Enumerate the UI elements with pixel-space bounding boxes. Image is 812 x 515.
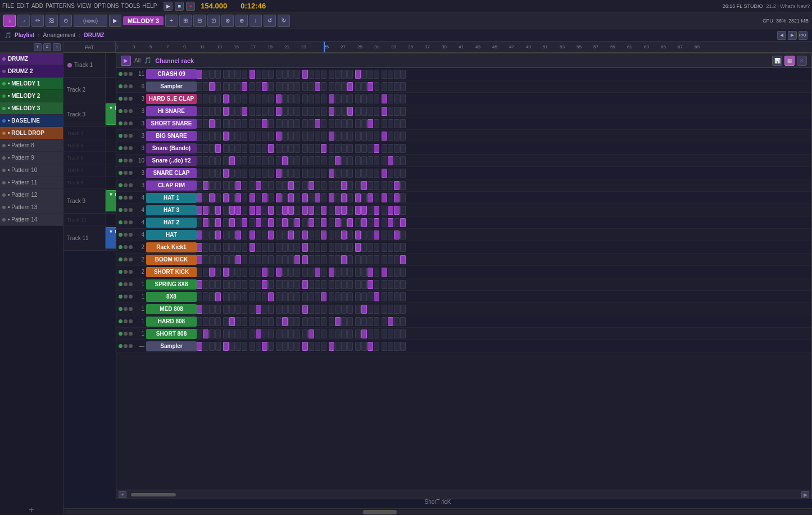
step-steps-med808-11[interactable] (268, 305, 274, 314)
step-steps-short808-15[interactable] (294, 329, 300, 338)
step-steps-sampler2-12[interactable] (276, 342, 282, 351)
step-steps-crash09-18[interactable] (315, 70, 320, 79)
step-steps-shortkick-14[interactable] (288, 268, 294, 277)
step-steps-short808-17[interactable] (309, 329, 314, 338)
step-steps-hat3-20[interactable] (329, 206, 334, 215)
step-steps-snareclap-31[interactable] (400, 169, 406, 178)
ch-dot-green-crash09[interactable] (119, 72, 123, 76)
channel-row-sampler2[interactable]: — Sampler (116, 340, 811, 353)
step-steps-claprim-3[interactable] (215, 181, 221, 190)
step-steps-snareclap-16[interactable] (302, 169, 308, 178)
ch-name-hat[interactable]: HAT (146, 230, 197, 240)
step-steps-snareclap-12[interactable] (276, 169, 282, 178)
tool-btn-grid4[interactable]: ⊗ (221, 15, 234, 27)
step-steps-claprim-18[interactable] (315, 181, 320, 190)
step-steps-sampler2-8[interactable] (250, 342, 255, 351)
step-steps-crash09-22[interactable] (341, 70, 347, 79)
step-steps-hat-25[interactable] (361, 231, 367, 240)
step-steps-med808-13[interactable] (282, 305, 288, 314)
step-steps-snarebando-10[interactable] (262, 144, 267, 153)
step-steps-snarebando-15[interactable] (294, 144, 300, 153)
step-steps-hat-6[interactable] (235, 231, 241, 240)
step-steps-claprim-2[interactable] (209, 181, 215, 190)
step-steps-hard808-7[interactable] (242, 317, 247, 326)
step-steps-hisnare-2[interactable] (209, 107, 215, 116)
step-steps-hat-21[interactable] (335, 231, 341, 240)
step-steps-shortsnare-3[interactable] (215, 119, 221, 128)
step-steps-sampler2-10[interactable] (262, 342, 267, 351)
step-steps-hat-27[interactable] (374, 231, 379, 240)
tool-btn-plus[interactable]: + (165, 15, 178, 27)
step-steps-snarebando-0[interactable] (197, 144, 202, 153)
step-steps-hard808-23[interactable] (347, 317, 353, 326)
playlist-btn-1[interactable]: ◀ (777, 31, 786, 40)
step-steps-claprim-26[interactable] (368, 181, 373, 190)
step-steps-crash09-14[interactable] (288, 70, 294, 79)
step-steps-hat1-13[interactable] (282, 193, 288, 202)
step-steps-8x8-4[interactable] (223, 292, 229, 301)
step-steps-hisnare-28[interactable] (382, 107, 387, 116)
step-steps-hat1-22[interactable] (341, 193, 347, 202)
step-steps-hat3-9[interactable] (256, 206, 261, 215)
step-steps-snarendo2-4[interactable] (223, 156, 229, 165)
channel-row-hat[interactable]: 4 HAT (116, 229, 811, 241)
sidebar-item-baseline[interactable]: • BASELINE (0, 115, 63, 127)
step-steps-spring8x8-28[interactable] (382, 280, 387, 289)
step-steps-hat1-3[interactable] (215, 193, 221, 202)
step-steps-hardclap-8[interactable] (250, 94, 255, 103)
step-steps-hat2-26[interactable] (368, 218, 373, 227)
step-steps-snareclap-15[interactable] (294, 169, 300, 178)
ch-name-hat2[interactable]: HAT 2 (146, 218, 197, 228)
step-steps-hardclap-27[interactable] (374, 94, 379, 103)
step-steps-short808-3[interactable] (215, 329, 221, 338)
step-steps-spring8x8-6[interactable] (235, 280, 241, 289)
step-steps-claprim-14[interactable] (288, 181, 294, 190)
ch-dot-green-hs[interactable] (119, 109, 123, 113)
step-steps-hat1-6[interactable] (235, 193, 241, 202)
step-steps-spring8x8-31[interactable] (400, 280, 406, 289)
step-steps-snarendo2-13[interactable] (282, 156, 288, 165)
ch-name-shortsnare[interactable]: SHORT SNARE (146, 119, 197, 129)
step-steps-sampler1-1[interactable] (203, 82, 208, 91)
step-steps-hat1-4[interactable] (223, 193, 229, 202)
ch-dot2-sn2[interactable] (129, 159, 133, 162)
step-steps-snarendo2-0[interactable] (197, 156, 202, 165)
step-steps-boomkick-6[interactable] (235, 255, 241, 264)
step-steps-rackkick-24[interactable] (355, 243, 361, 252)
ch-name-rackkick[interactable]: Rack Kick1 (146, 242, 197, 252)
step-steps-hardclap-16[interactable] (302, 94, 308, 103)
step-steps-claprim-13[interactable] (282, 181, 288, 190)
ch-dot2-bk[interactable] (129, 258, 133, 261)
step-steps-short808-30[interactable] (394, 329, 400, 338)
step-steps-hisnare-25[interactable] (361, 107, 367, 116)
step-steps-hisnare-1[interactable] (203, 107, 208, 116)
step-steps-bigsnare-12[interactable] (276, 132, 282, 141)
step-steps-hardclap-2[interactable] (209, 94, 215, 103)
step-steps-rackkick-30[interactable] (394, 243, 400, 252)
channel-row-spring8x8[interactable]: 1 SPRING 8X8 (116, 278, 811, 291)
step-steps-sampler1-7[interactable] (242, 82, 247, 91)
step-steps-sampler1-14[interactable] (288, 82, 294, 91)
step-steps-hard808-6[interactable] (235, 317, 241, 326)
step-steps-sampler1-27[interactable] (374, 82, 379, 91)
step-steps-snarebando-6[interactable] (235, 144, 241, 153)
step-steps-med808-19[interactable] (321, 305, 326, 314)
step-steps-snareclap-3[interactable] (215, 169, 221, 178)
step-steps-boomkick-30[interactable] (394, 255, 400, 264)
step-steps-rackkick-4[interactable] (223, 243, 229, 252)
channel-row-short808[interactable]: 1 SHORT 808 (116, 328, 811, 340)
step-steps-hat2-25[interactable] (361, 218, 367, 227)
step-steps-spring8x8-11[interactable] (268, 280, 274, 289)
ch-name-hat1[interactable]: HAT 1 (146, 193, 197, 203)
step-steps-boomkick-21[interactable] (335, 255, 341, 264)
step-steps-hardclap-22[interactable] (341, 94, 347, 103)
ch-dot2-sb[interactable] (129, 146, 133, 150)
step-steps-hat2-6[interactable] (235, 218, 241, 227)
step-steps-boomkick-0[interactable] (197, 255, 202, 264)
step-steps-hardclap-23[interactable] (347, 94, 353, 103)
sidebar-view-btn[interactable]: ≡ (43, 43, 51, 51)
step-steps-bigsnare-5[interactable] (229, 132, 235, 141)
step-steps-hat-20[interactable] (329, 231, 334, 240)
step-steps-hat-10[interactable] (262, 231, 267, 240)
step-steps-claprim-19[interactable] (321, 181, 326, 190)
